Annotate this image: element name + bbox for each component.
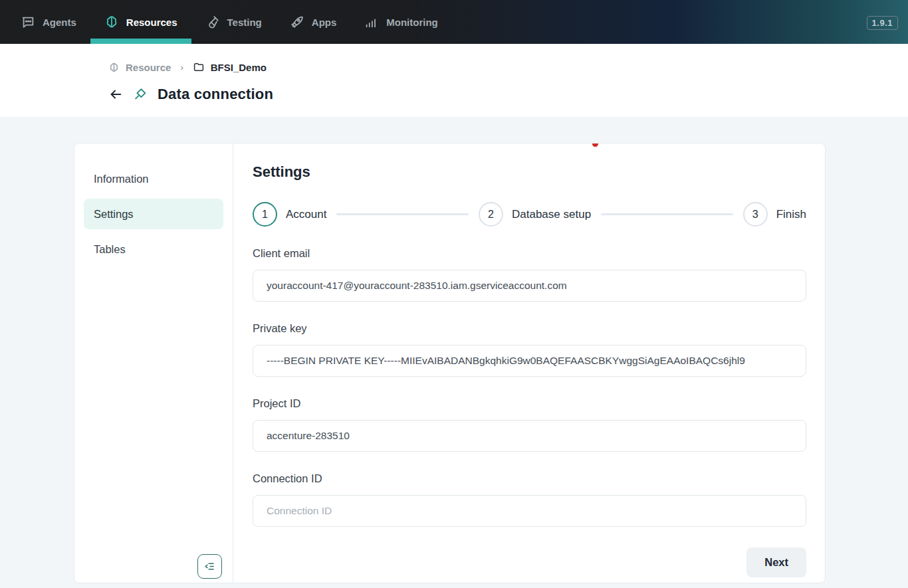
chevron-right-icon: › (177, 62, 186, 72)
bar-chart-icon (364, 15, 379, 29)
step-number: 2 (479, 202, 503, 227)
field-label: Connection ID (253, 472, 806, 485)
nav-tab-label: Testing (227, 17, 262, 28)
form-actions: Next (253, 547, 806, 577)
step-finish[interactable]: 3 Finish (743, 202, 806, 227)
collapse-panel-icon (204, 561, 215, 572)
title-row: Data connection (108, 86, 908, 103)
step-label: Account (286, 208, 326, 221)
step-connector (336, 213, 469, 215)
data-connection-icon (133, 87, 148, 102)
top-navbar: Agents Resources Testing Apps (0, 0, 908, 44)
nav-tab-label: Monitoring (386, 17, 437, 28)
settings-panel: Settings 1 Account 2 Database setup 3 Fi… (233, 144, 825, 583)
project-id-input[interactable] (253, 420, 806, 452)
chat-icon (21, 15, 35, 29)
step-number: 3 (743, 202, 768, 227)
nav-tab-label: Resources (126, 17, 177, 28)
sidebar-item-settings[interactable]: Settings (84, 199, 223, 229)
step-number: 1 (253, 202, 277, 227)
collapse-sidebar-button[interactable] (197, 554, 222, 579)
resource-brain-icon (108, 62, 120, 73)
field-label: Client email (253, 247, 806, 260)
nav-tab-label: Apps (312, 17, 337, 28)
panel-heading: Settings (253, 163, 806, 181)
client-email-input[interactable] (253, 270, 806, 302)
sidebar-item-label: Tables (94, 243, 126, 256)
field-connection-id: Connection ID (253, 472, 806, 527)
folder-icon (193, 61, 205, 73)
nav-tab-monitoring[interactable]: Monitoring (350, 0, 451, 44)
nav-tab-agents[interactable]: Agents (7, 0, 90, 44)
field-label: Private key (253, 322, 806, 335)
sidebar-item-label: Information (94, 173, 149, 185)
rocket-icon (290, 15, 304, 29)
step-connector (601, 213, 733, 215)
content-area: Information Settings Tables Settings (0, 117, 908, 588)
connection-id-input[interactable] (253, 495, 806, 527)
step-label: Database setup (512, 208, 591, 221)
field-project-id: Project ID (253, 397, 806, 452)
brain-icon (104, 15, 119, 29)
sidebar-item-information[interactable]: Information (84, 163, 223, 194)
sidebar-item-label: Settings (94, 208, 134, 221)
step-label: Finish (776, 208, 806, 221)
back-arrow-icon[interactable] (108, 87, 123, 102)
step-database-setup[interactable]: 2 Database setup (479, 202, 591, 227)
page-title: Data connection (158, 86, 273, 103)
field-client-email: Client email (253, 247, 806, 302)
private-key-input[interactable] (253, 345, 806, 377)
nav-tab-apps[interactable]: Apps (276, 0, 351, 44)
card-sidebar: Information Settings Tables (74, 144, 233, 583)
breadcrumb-current: BFSI_Demo (211, 62, 267, 73)
breadcrumb: Resource › BFSI_Demo (108, 60, 908, 74)
next-button[interactable]: Next (746, 547, 806, 577)
page-header: Resource › BFSI_Demo Data connection (0, 44, 908, 117)
active-tab-underline (90, 39, 191, 44)
nav-tab-testing[interactable]: Testing (191, 0, 276, 44)
settings-card: Information Settings Tables Settings (74, 143, 826, 583)
version-badge: 1.9.1 (867, 16, 898, 30)
sidebar-item-tables[interactable]: Tables (84, 234, 223, 264)
test-tube-icon (205, 15, 220, 29)
step-account[interactable]: 1 Account (253, 202, 326, 227)
field-private-key: Private key (253, 322, 806, 377)
field-label: Project ID (253, 397, 806, 410)
nav-tab-resources[interactable]: Resources (90, 0, 191, 44)
breadcrumb-root[interactable]: Resource (126, 62, 171, 73)
wizard-stepper: 1 Account 2 Database setup 3 Finish (253, 202, 806, 227)
nav-tab-label: Agents (43, 17, 76, 28)
